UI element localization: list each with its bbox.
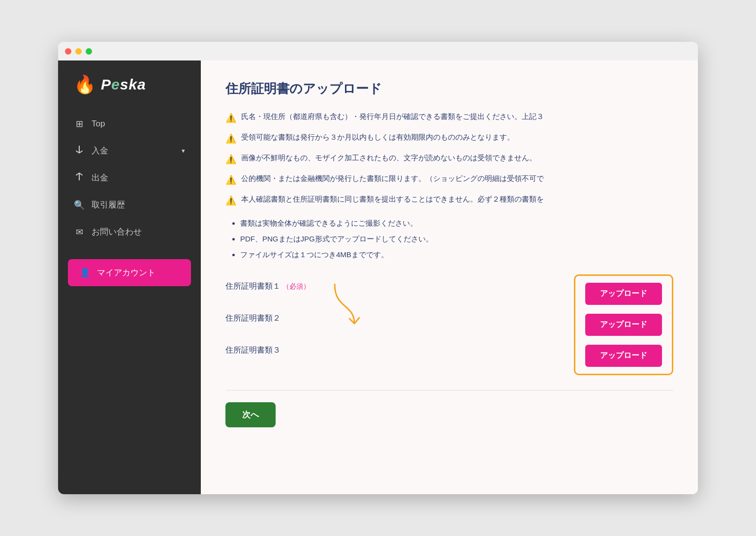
chevron-down-icon: ▾ bbox=[182, 147, 185, 154]
maximize-button[interactable] bbox=[86, 48, 92, 55]
titlebar bbox=[58, 42, 698, 60]
warning-icon-1: ⚠️ bbox=[225, 112, 236, 125]
logo-icon: 🔥 bbox=[74, 74, 96, 95]
history-icon: 🔍 bbox=[74, 200, 85, 210]
sidebar-item-shutkin-label: 出金 bbox=[92, 172, 108, 183]
sidebar-item-torihiki[interactable]: 🔍 取引履歴 bbox=[58, 191, 201, 218]
upload-btn-1[interactable]: アップロード bbox=[585, 283, 662, 305]
app-body: 🔥 Peska ⊞ Top 入金 ▾ bbox=[58, 60, 698, 494]
sidebar-item-nyukin-label: 入金 bbox=[92, 145, 108, 156]
sidebar-item-nyukin[interactable]: 入金 ▾ bbox=[58, 137, 201, 164]
my-account-button[interactable]: 👤 マイアカウント bbox=[68, 259, 191, 286]
withdraw-icon bbox=[74, 172, 85, 183]
doc2-label-text: 住所証明書類２ bbox=[225, 314, 281, 322]
logo-text: Peska bbox=[101, 76, 146, 93]
bullet-item-3: ファイルサイズは１つにつき4MBまでです。 bbox=[240, 249, 673, 261]
nav-list: ⊞ Top 入金 ▾ bbox=[58, 107, 201, 249]
doc3-label-text: 住所証明書類３ bbox=[225, 346, 281, 354]
upload-btn-3[interactable]: アップロード bbox=[585, 345, 662, 367]
close-button[interactable] bbox=[65, 48, 71, 55]
app-window: 🔥 Peska ⊞ Top 入金 ▾ bbox=[58, 42, 698, 494]
doc1-label: 住所証明書類１ （必須） bbox=[225, 281, 310, 292]
sidebar-item-top[interactable]: ⊞ Top bbox=[58, 111, 201, 137]
divider bbox=[225, 390, 673, 390]
warning-icon-4: ⚠️ bbox=[225, 174, 236, 187]
bullet-list: 書類は実物全体が確認できるようにご撮影ください。 PDF、PNGまたはJPG形式… bbox=[225, 217, 673, 261]
warning-item-5: ⚠️ 本人確認書類と住所証明書類に同じ書類を提出することはできません。必ず２種類… bbox=[225, 194, 673, 208]
sidebar-item-contact-label: お問い合わせ bbox=[92, 226, 142, 238]
page-title: 住所証明書のアップロード bbox=[225, 80, 673, 97]
sidebar-item-torihiki-label: 取引履歴 bbox=[92, 199, 125, 210]
warning-text-4: 公的機関・または金融機関が発行した書類に限ります。（ショッピングの明細は受領不可… bbox=[241, 173, 544, 184]
warning-item-4: ⚠️ 公的機関・または金融機関が発行した書類に限ります。（ショッピングの明細は受… bbox=[225, 173, 673, 187]
doc1-required-badge: （必須） bbox=[283, 282, 310, 290]
sidebar: 🔥 Peska ⊞ Top 入金 ▾ bbox=[58, 60, 201, 494]
account-icon: 👤 bbox=[80, 268, 90, 278]
doc3-label: 住所証明書類３ bbox=[225, 342, 310, 356]
next-button[interactable]: 次へ bbox=[225, 402, 276, 427]
warning-list: ⚠️ 氏名・現住所（都道府県も含む）・発行年月日が確認できる書類をご提出ください… bbox=[225, 111, 673, 208]
sidebar-item-contact[interactable]: ✉ お問い合わせ bbox=[58, 218, 201, 245]
warning-text-5: 本人確認書類と住所証明書類に同じ書類を提出することはできません。必ず２種類の書類… bbox=[241, 194, 544, 205]
bullet-item-2: PDF、PNGまたはJPG形式でアップロードしてください。 bbox=[240, 233, 673, 245]
mail-icon: ✉ bbox=[74, 227, 85, 238]
arrow-decoration bbox=[325, 279, 364, 338]
upload-box: アップロード アップロード アップロード bbox=[574, 274, 673, 375]
upload-btn-2[interactable]: アップロード bbox=[585, 314, 662, 336]
doc1-label-text: 住所証明書類１ bbox=[225, 282, 281, 290]
warning-text-3: 画像が不鮮明なもの、モザイク加工されたもの、文字が読めないものは受領できません。 bbox=[241, 152, 536, 164]
warning-item-1: ⚠️ 氏名・現住所（都道府県も含む）・発行年月日が確認できる書類をご提出ください… bbox=[225, 111, 673, 125]
warning-icon-2: ⚠️ bbox=[225, 132, 236, 146]
warning-text-1: 氏名・現住所（都道府県も含む）・発行年月日が確認できる書類をご提出ください。上記… bbox=[241, 111, 544, 122]
account-label: マイアカウント bbox=[97, 267, 156, 278]
grid-icon: ⊞ bbox=[74, 119, 85, 129]
warning-item-3: ⚠️ 画像が不鮮明なもの、モザイク加工されたもの、文字が読めないものは受領できま… bbox=[225, 152, 673, 166]
deposit-icon bbox=[74, 145, 85, 156]
warning-icon-5: ⚠️ bbox=[225, 194, 236, 208]
upload-section: 住所証明書類１ （必須） 住所証明書類２ 住所証明書類３ bbox=[225, 274, 673, 375]
main-content: 住所証明書のアップロード ⚠️ 氏名・現住所（都道府県も含む）・発行年月日が確認… bbox=[201, 60, 698, 494]
logo-area: 🔥 Peska bbox=[58, 60, 201, 107]
doc2-label: 住所証明書類２ bbox=[225, 310, 310, 324]
warning-text-2: 受領可能な書類は発行から３か月以内もしくは有効期限内のもののみとなります。 bbox=[241, 132, 514, 143]
sidebar-item-top-label: Top bbox=[92, 119, 105, 129]
minimize-button[interactable] bbox=[75, 48, 82, 55]
sidebar-item-shutkin[interactable]: 出金 bbox=[58, 164, 201, 191]
warning-icon-3: ⚠️ bbox=[225, 153, 236, 166]
warning-item-2: ⚠️ 受領可能な書類は発行から３か月以内もしくは有効期限内のもののみとなります。 bbox=[225, 132, 673, 146]
bullet-item-1: 書類は実物全体が確認できるようにご撮影ください。 bbox=[240, 217, 673, 229]
